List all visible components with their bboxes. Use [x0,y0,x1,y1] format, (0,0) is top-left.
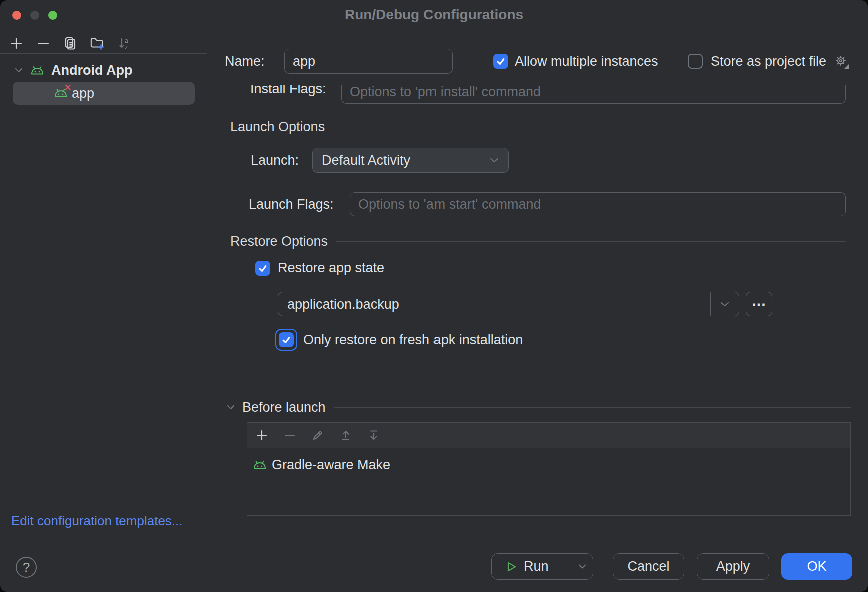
launch-flags-label: Launch Flags: [249,196,334,213]
remove-task-button[interactable] [282,428,297,443]
install-flags-label: Install Flags: [250,85,326,97]
cancel-button[interactable]: Cancel [613,553,684,580]
form-scroll-area[interactable]: Install Flags: Launch Options Launch: De… [207,85,868,517]
sort-alphabetically-icon: a z [117,36,131,50]
before-launch-header-label: Before launch [242,400,326,415]
remove-configuration-button[interactable] [36,36,51,51]
backup-file-combobox[interactable]: application.backup [278,292,739,316]
move-down-icon [367,429,380,442]
help-button[interactable]: ? [16,557,37,578]
launch-dropdown-value: Default Activity [322,153,489,168]
plus-icon [9,36,23,50]
add-configuration-button[interactable] [9,36,24,51]
android-icon [29,65,45,75]
run-button-divider [568,558,568,575]
dialog-footer: ? Run Cancel Apply OK [0,545,868,592]
browse-backup-file-button[interactable]: ... [746,292,772,316]
android-icon [252,460,268,470]
chevron-down-icon[interactable] [226,404,235,410]
chevron-down-icon [578,564,587,569]
error-badge: ✕ [64,83,72,92]
run-debug-configurations-dialog: Run/Debug Configurations [0,0,868,592]
move-up-icon [339,429,352,442]
only-restore-checkbox[interactable] [279,332,294,347]
window-title: Run/Debug Configurations [0,0,868,29]
minus-icon [283,429,296,442]
section-rule [336,241,846,242]
check-icon [496,58,505,65]
tree-item-label: app [72,86,94,101]
combobox-dropdown-button[interactable] [710,292,739,316]
check-icon [258,265,267,272]
only-restore-label[interactable]: Only restore on fresh apk installation [303,331,523,348]
ok-button[interactable]: OK [781,553,852,580]
allow-multiple-instances-checkbox[interactable] [493,54,508,69]
store-as-project-file-checkbox[interactable] [688,54,703,69]
move-task-down-button[interactable] [366,428,381,443]
help-label: ? [23,560,30,575]
before-launch-toolbar [247,423,850,448]
sidebar-toolbar: a z [9,36,132,51]
run-button[interactable]: Run [491,553,593,580]
copy-icon [63,36,77,50]
launch-flags-input[interactable] [350,192,846,216]
run-button-label: Run [524,559,549,574]
section-rule [334,407,851,408]
form-content: Install Flags: Launch Options Launch: De… [207,85,868,517]
before-launch-task-label: Gradle-aware Make [272,457,390,473]
install-flags-input[interactable] [341,85,846,104]
android-error-icon: ✕ [53,88,69,99]
store-settings-gear-button[interactable] [834,54,850,70]
store-as-project-file-label[interactable]: Store as project file [711,53,826,70]
tree-item-app[interactable]: ✕ app [13,82,195,105]
gear-icon [834,54,850,70]
before-launch-panel: Gradle-aware Make [247,422,851,516]
sidebar-toolbar-divider [0,53,207,54]
ok-button-label: OK [807,559,826,574]
launch-label: Launch: [251,152,299,169]
pencil-icon [311,429,324,442]
ellipsis-label: ... [752,292,766,309]
backup-file-value: application.backup [278,297,710,312]
apply-button[interactable]: Apply [697,553,769,580]
configurations-sidebar: a z Android App ✕ [0,29,207,545]
name-input[interactable] [284,49,453,74]
play-icon [507,561,517,572]
svg-text:z: z [125,44,128,51]
chevron-down-icon [720,301,730,307]
add-task-button[interactable] [254,428,269,443]
restore-app-state-label[interactable]: Restore app state [278,259,384,276]
sort-configurations-button[interactable]: a z [117,36,132,51]
allow-multiple-instances-label[interactable]: Allow multiple instances [515,53,658,70]
titlebar: Run/Debug Configurations [0,0,868,29]
chevron-down-icon[interactable] [14,67,23,73]
launch-options-header: Launch Options [230,119,325,135]
edit-configuration-templates-link[interactable]: Edit configuration templates... [11,513,183,529]
plus-icon [255,429,268,442]
restore-app-state-checkbox[interactable] [255,261,270,276]
only-restore-focus-ring [275,329,297,351]
check-icon [282,336,291,344]
section-rule [333,127,846,127]
svg-text:a: a [125,37,128,44]
before-launch-task-row[interactable]: Gradle-aware Make [247,454,850,476]
restore-options-section: Restore Options [230,233,846,250]
move-task-up-button[interactable] [338,428,353,443]
cancel-button-label: Cancel [627,559,669,574]
configuration-editor: Name: Allow multiple instances Store as … [207,29,868,545]
edit-task-button[interactable] [310,428,325,443]
tree-group-android-app[interactable]: Android App [0,60,207,80]
run-options-dropdown-button[interactable] [571,554,594,579]
copy-configuration-button[interactable] [63,36,78,51]
tree-group-label: Android App [51,63,132,78]
launch-dropdown[interactable]: Default Activity [312,148,509,173]
new-folder-button[interactable] [90,36,105,51]
chevron-down-icon [489,157,499,163]
before-launch-section-header[interactable]: Before launch [226,399,851,416]
launch-options-section: Launch Options [230,118,846,135]
restore-options-header: Restore Options [230,234,328,249]
minus-icon [36,36,50,50]
name-label: Name: [225,53,265,70]
new-folder-icon [90,36,105,51]
apply-button-label: Apply [716,559,750,574]
